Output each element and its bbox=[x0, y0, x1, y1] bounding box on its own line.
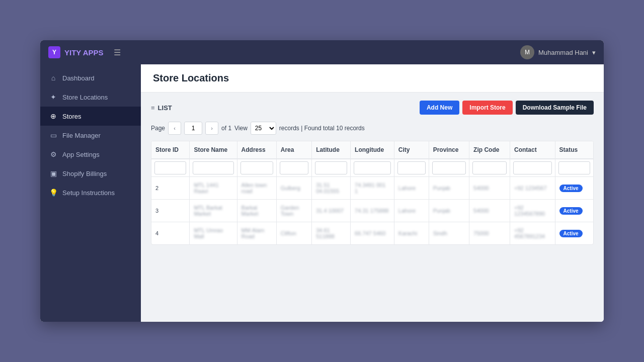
cell-latitude: 34.61 511888 bbox=[312, 222, 351, 245]
filter-address[interactable] bbox=[240, 161, 273, 174]
table-row: 3 MTL Barkat Market Barkat Market Garden… bbox=[151, 200, 593, 222]
list-label: ≡ LIST bbox=[151, 104, 172, 112]
sidebar: ⌂ Dashboard ✦ Store Locations ⊕ Stores ▭… bbox=[40, 64, 141, 322]
sidebar-item-label: Stores bbox=[62, 113, 82, 120]
nav-user[interactable]: M Muhammad Hani ▾ bbox=[520, 45, 596, 59]
cell-id: 3 bbox=[151, 200, 190, 222]
folder-icon: ▭ bbox=[49, 131, 57, 139]
filter-contact[interactable] bbox=[513, 161, 551, 174]
sidebar-item-label: Dashboard bbox=[62, 74, 95, 82]
brand-name: YITY bbox=[64, 48, 81, 57]
sidebar-item-app-settings[interactable]: ⚙ App Settings bbox=[40, 145, 141, 164]
table-row: 2 MTL 1441 Raavi Allen town road Gulberg… bbox=[151, 177, 593, 200]
page-input[interactable]: 1 bbox=[184, 122, 202, 135]
download-sample-button[interactable]: Download Sample File bbox=[516, 101, 594, 115]
chevron-down-icon: ▾ bbox=[592, 49, 596, 56]
next-page-button[interactable]: › bbox=[205, 122, 218, 135]
col-area: Area bbox=[276, 141, 311, 159]
cell-id: 4 bbox=[151, 222, 190, 245]
browser-window: Y YITY APPS ☰ M Muhammad Hani ▾ ⌂ Dashbo… bbox=[40, 40, 604, 322]
records-per-page-select[interactable]: 10 25 50 100 bbox=[251, 122, 276, 135]
nav-logo: Y YITY APPS ☰ bbox=[48, 46, 121, 58]
home-icon: ⌂ bbox=[49, 74, 57, 82]
apps-text: APPS bbox=[81, 48, 103, 57]
sidebar-item-label: App Settings bbox=[62, 151, 100, 158]
cell-latitude: 31.51 04.01555 bbox=[312, 177, 351, 200]
sidebar-item-dashboard[interactable]: ⌂ Dashboard bbox=[40, 68, 141, 87]
cell-area: Gulberg bbox=[276, 177, 311, 200]
filter-store-id[interactable] bbox=[154, 161, 186, 174]
toolbar-buttons: Add New Import Store Download Sample Fil… bbox=[420, 101, 594, 115]
sidebar-item-setup-instructions[interactable]: 💡 Setup Instructions bbox=[40, 183, 141, 202]
page-title: Store Locations bbox=[153, 72, 592, 84]
cell-store-name: MTL Umrao Mall bbox=[190, 222, 237, 245]
cell-longitude: 74.31 175888 bbox=[351, 200, 394, 222]
cell-address: Allen town road bbox=[237, 177, 276, 200]
cell-latitude: 31.4 10007 bbox=[312, 200, 351, 222]
cell-province: Sindh bbox=[429, 222, 469, 245]
cell-status: Active bbox=[555, 200, 593, 222]
globe-icon: ⊕ bbox=[49, 112, 57, 120]
cell-status: Active bbox=[555, 222, 593, 245]
col-store-id: Store ID bbox=[151, 141, 190, 159]
filter-city[interactable] bbox=[397, 161, 426, 174]
col-latitude: Latitude bbox=[312, 141, 351, 159]
filter-longitude[interactable] bbox=[354, 161, 391, 174]
logo-icon: Y bbox=[48, 46, 60, 58]
user-name: Muhammad Hani bbox=[538, 49, 588, 56]
cell-store-name: MTL 1441 Raavi bbox=[190, 177, 237, 200]
star-icon: ✦ bbox=[49, 93, 57, 101]
cell-address: Barkat Market bbox=[237, 200, 276, 222]
avatar: M bbox=[520, 45, 534, 59]
cell-address: MM Alam Road bbox=[237, 222, 276, 245]
cell-zip: 54000 bbox=[469, 200, 510, 222]
col-store-name: Store Name bbox=[190, 141, 237, 159]
filter-status[interactable] bbox=[558, 161, 590, 174]
page-header: Store Locations bbox=[141, 64, 604, 93]
sidebar-item-store-locations[interactable]: ✦ Store Locations bbox=[40, 87, 141, 107]
cell-city: Lahore bbox=[394, 200, 429, 222]
sidebar-item-file-manager[interactable]: ▭ File Manager bbox=[40, 126, 141, 145]
import-store-button[interactable]: Import Store bbox=[462, 101, 512, 115]
cell-contact: +92 1234567890 bbox=[510, 200, 555, 222]
filter-latitude[interactable] bbox=[315, 161, 347, 174]
of-text: of 1 bbox=[221, 125, 231, 132]
pagination-bar: Page ‹ 1 › of 1 View 10 25 50 100 record… bbox=[151, 122, 594, 135]
sidebar-item-stores[interactable]: ⊕ Stores bbox=[40, 107, 141, 126]
cell-zip: 75000 bbox=[469, 222, 510, 245]
filter-store-name[interactable] bbox=[193, 161, 233, 174]
filter-area[interactable] bbox=[280, 161, 308, 174]
filter-zip-code[interactable] bbox=[472, 161, 507, 174]
cell-city: Lahore bbox=[394, 177, 429, 200]
cell-contact: +92 4567891234 bbox=[510, 222, 555, 245]
add-new-button[interactable]: Add New bbox=[420, 101, 459, 115]
page-label: Page bbox=[151, 125, 165, 132]
list-label-text: LIST bbox=[158, 104, 172, 112]
cell-longitude: 74.3491 001 1 bbox=[351, 177, 394, 200]
nav-brand: YITY APPS bbox=[64, 48, 104, 57]
filter-province[interactable] bbox=[432, 161, 466, 174]
cell-area: Garden Town bbox=[276, 200, 311, 222]
cell-area: Clifton bbox=[276, 222, 311, 245]
view-label: View bbox=[234, 125, 248, 132]
stores-table: Store ID Store Name Address Area Latitud… bbox=[151, 141, 593, 244]
cell-province: Punjab bbox=[429, 177, 469, 200]
prev-page-button[interactable]: ‹ bbox=[168, 122, 181, 135]
table-header-row: Store ID Store Name Address Area Latitud… bbox=[151, 141, 593, 159]
sidebar-item-shopify-billings[interactable]: ▣ Shopify Billings bbox=[40, 164, 141, 183]
col-address: Address bbox=[237, 141, 276, 159]
top-nav: Y YITY APPS ☰ M Muhammad Hani ▾ bbox=[40, 40, 604, 64]
cell-zip: 54000 bbox=[469, 177, 510, 200]
list-toolbar: ≡ LIST Add New Import Store Download Sam… bbox=[151, 101, 594, 115]
col-status: Status bbox=[555, 141, 593, 159]
col-longitude: Longitude bbox=[351, 141, 394, 159]
hamburger-icon[interactable]: ☰ bbox=[114, 48, 121, 57]
col-province: Province bbox=[429, 141, 469, 159]
sidebar-item-label: Setup Instructions bbox=[62, 189, 115, 197]
content-area: Store Locations ≡ LIST Add New Import St… bbox=[141, 64, 604, 322]
sidebar-item-label: File Manager bbox=[62, 132, 101, 139]
cell-id: 2 bbox=[151, 177, 190, 200]
gear-icon: ⚙ bbox=[49, 150, 57, 158]
filter-row bbox=[151, 159, 593, 177]
col-city: City bbox=[394, 141, 429, 159]
